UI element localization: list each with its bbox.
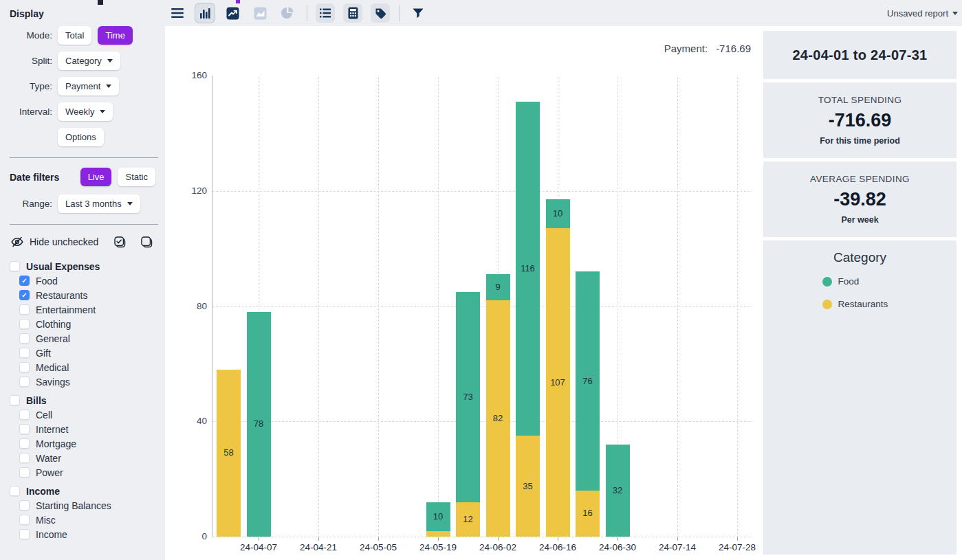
menu-icon[interactable] [168,3,187,23]
category-item-row: Medical [19,360,165,374]
type-row: Type: Payment [0,77,165,96]
average-spending-subtext: Per week [841,215,878,225]
category-group-row: Usual Expenses [10,259,165,273]
total-spending-value: -716.69 [829,110,892,131]
area-chart-icon[interactable] [250,3,270,23]
x-axis-tick-label: 24-06-02 [467,542,529,552]
y-gridline [212,306,752,307]
legend-color-dot [822,277,832,287]
tag-icon[interactable] [371,3,390,23]
y-axis-tick-label: 0 [179,530,207,543]
category-item-checkbox[interactable] [19,438,30,449]
split-label: Split: [0,56,52,66]
filter-icon[interactable] [408,3,428,23]
sidebar: Display Mode: Total Time Split: Category… [0,0,165,560]
category-item-checkbox[interactable]: ✓ [19,276,30,286]
category-item-row: Mortgage [19,436,165,451]
x-axis-tick-mark [318,537,319,541]
category-item-label: Internet [36,424,68,435]
category-item-row: General [19,331,165,346]
empty-square-icon [140,236,153,249]
category-item-checkbox[interactable] [19,529,30,539]
legend-card: Category FoodRestaurants [763,240,956,555]
category-group-checkbox[interactable] [10,261,20,271]
toolbar: Unsaved report [165,0,962,26]
chevron-down-icon [107,59,113,63]
x-axis-tick-mark [498,537,499,541]
unsaved-report-menu[interactable]: Unsaved report [887,8,958,19]
average-spending-card: AVERAGE SPENDING -39.82 Per week [763,161,956,237]
date-filters-row: Date filters Live Static [0,168,165,186]
category-item-row: Internet [19,422,165,436]
category-item-row: ✓Food [19,273,165,288]
category-group-checkbox[interactable] [10,395,20,405]
y-axis-tick-label: 40 [179,415,207,427]
x-gridline [438,76,439,537]
category-item-checkbox[interactable] [19,319,30,329]
category-item-checkbox[interactable] [19,304,30,315]
options-button[interactable]: Options [58,128,104,146]
category-item-label: Starting Balances [36,500,111,511]
category-item-label: Food [36,276,58,287]
date-live-button[interactable]: Live [80,168,112,186]
sidebar-divider [10,157,158,158]
category-item-checkbox[interactable] [19,515,30,525]
pie-chart-icon[interactable] [278,3,297,23]
split-value: Category [65,56,102,66]
category-group-row: Bills [10,393,165,407]
range-label: Range: [0,199,52,209]
total-spending-label: TOTAL SPENDING [818,95,902,105]
category-item-checkbox[interactable] [19,348,30,358]
type-select[interactable]: Payment [58,77,119,96]
category-item-checkbox[interactable] [19,362,30,372]
category-item-checkbox[interactable] [19,424,30,434]
category-item-checkbox[interactable] [19,410,30,420]
split-select[interactable]: Category [58,52,120,70]
category-item-checkbox[interactable] [19,500,30,511]
range-row: Range: Last 3 months [0,194,165,213]
category-item-row: Gift [19,346,165,360]
hide-unchecked-label: Hide unchecked [30,236,98,247]
mode-time-button[interactable]: Time [98,26,132,45]
mode-total-button[interactable]: Total [58,26,91,45]
calculator-icon[interactable] [343,3,362,23]
x-axis-tick-mark [438,537,439,541]
x-gridline [318,76,319,537]
date-static-button[interactable]: Static [118,168,155,186]
category-group-checkbox[interactable] [10,486,20,496]
bar-value-label: 12 [456,514,480,525]
hide-unchecked-toggle[interactable]: Hide unchecked [0,234,165,249]
category-item-checkbox[interactable] [19,333,30,344]
list-icon[interactable] [316,3,335,23]
chevron-down-icon [952,12,958,15]
bar-segment-restaurants[interactable] [426,531,450,537]
deselect-all-button[interactable] [139,234,154,249]
category-item-row: Clothing [19,317,165,331]
checked-square-icon [113,236,127,249]
mode-row: Mode: Total Time [0,26,165,45]
average-spending-label: AVERAGE SPENDING [810,174,910,184]
select-all-button[interactable] [112,234,127,249]
category-item-checkbox[interactable] [19,377,30,387]
date-range-card: 24-04-01 to 24-07-31 [763,31,956,79]
category-item-checkbox[interactable]: ✓ [19,290,30,300]
summary-column: 24-04-01 to 24-07-31 TOTAL SPENDING -716… [763,31,956,555]
y-axis-tick-label: 160 [179,69,207,82]
legend-items: FoodRestaurants [822,276,898,309]
category-item-checkbox[interactable] [19,453,30,463]
category-item-label: Misc [36,515,56,526]
bar-value-label: 58 [217,447,241,458]
x-axis-tick-label: 24-06-16 [527,542,589,552]
x-gridline [737,76,738,537]
trend-chart-icon[interactable] [223,3,242,23]
interval-select[interactable]: Weekly [58,102,113,121]
range-select[interactable]: Last 3 months [58,194,140,213]
category-item-checkbox[interactable] [19,467,30,478]
x-axis-tick-mark [677,537,678,541]
chevron-down-icon [127,202,133,205]
category-item-label: Medical [36,362,69,373]
bar-value-label: 76 [576,376,600,387]
bar-value-label: 32 [606,485,630,496]
bar-chart-icon[interactable] [195,3,215,23]
category-item-label: Water [36,453,61,464]
